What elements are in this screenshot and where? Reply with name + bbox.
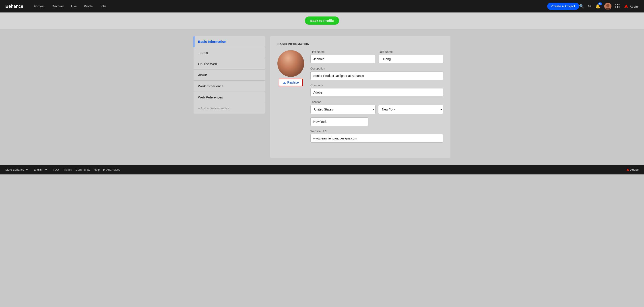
- company-input[interactable]: [310, 88, 443, 97]
- adchoices-icon: ▶: [103, 168, 106, 171]
- sidebar-item-work-experience[interactable]: Work Experience: [194, 81, 265, 92]
- website-input[interactable]: [310, 134, 443, 143]
- brand-logo[interactable]: Bēhance: [5, 4, 23, 9]
- footer-help-link[interactable]: Help: [94, 168, 100, 171]
- footer-adchoices-link[interactable]: ▶ AdChoices: [103, 168, 120, 171]
- back-bar: Back to Profile: [0, 12, 644, 29]
- sidebar-add-custom-section[interactable]: + Add a custom section: [194, 103, 265, 114]
- last-name-group: Last Name: [379, 50, 443, 63]
- company-group: Company: [310, 83, 443, 97]
- replace-photo-button[interactable]: ☁ Replace: [279, 79, 302, 86]
- location-row: Location United States New York: [310, 100, 443, 114]
- company-label: Company: [310, 83, 443, 87]
- first-name-input[interactable]: [310, 55, 375, 63]
- nav-links: For You Discover Live Profile Jobs: [34, 4, 542, 8]
- website-group: Website URL: [310, 129, 443, 143]
- location-group: Location United States New York: [310, 100, 443, 114]
- english-chevron-icon: ▼: [44, 168, 48, 171]
- adobe-footer-icon: [626, 168, 629, 171]
- avatar-image: [278, 50, 304, 77]
- adobe-text: Adobe: [630, 5, 639, 8]
- messages-icon[interactable]: ✉: [588, 4, 591, 9]
- sidebar-card: Basic Information Teams On The Web About…: [194, 36, 265, 114]
- occupation-row: Occupation: [310, 67, 443, 80]
- footer-tou-link[interactable]: TOU: [53, 168, 59, 171]
- footer-privacy-link[interactable]: Privacy: [62, 168, 72, 171]
- notification-badge: 13: [598, 2, 602, 5]
- city-row: [310, 117, 443, 126]
- profile-avatar: [278, 50, 304, 77]
- nav-live[interactable]: Live: [71, 4, 77, 8]
- sidebar: Basic Information Teams On The Web About…: [194, 36, 265, 158]
- notifications-wrapper[interactable]: 🔔 13: [596, 4, 600, 9]
- main-panel: BASIC INFORMATION ☁ Replace First Name: [270, 36, 450, 158]
- main-content: Basic Information Teams On The Web About…: [188, 36, 456, 158]
- sidebar-item-web-references[interactable]: Web References: [194, 92, 265, 103]
- footer-community-link[interactable]: Community: [76, 168, 90, 171]
- footer-adobe: Adobe: [626, 168, 639, 171]
- section-title: BASIC INFORMATION: [278, 42, 443, 46]
- adobe-logo: Adobe: [624, 4, 639, 8]
- nav-profile[interactable]: Profile: [84, 4, 93, 8]
- upload-icon: ☁: [283, 81, 286, 84]
- website-label: Website URL: [310, 129, 443, 133]
- back-to-profile-button[interactable]: Back to Profile: [305, 16, 339, 25]
- sidebar-item-teams[interactable]: Teams: [194, 47, 265, 58]
- sidebar-item-on-the-web[interactable]: On The Web: [194, 58, 265, 69]
- english-label: English: [34, 168, 43, 171]
- country-select[interactable]: United States: [310, 105, 376, 114]
- replace-label: Replace: [287, 81, 298, 84]
- state-select[interactable]: New York: [378, 105, 443, 114]
- adchoices-label: AdChoices: [106, 168, 120, 171]
- create-project-button[interactable]: Create a Project: [547, 3, 579, 10]
- nav-discover[interactable]: Discover: [52, 4, 64, 8]
- svg-point-1: [606, 4, 610, 7]
- profile-top: ☁ Replace First Name Last Name: [278, 50, 443, 146]
- navbar-right: 🔍 ✉ 🔔 13 Adobe: [579, 3, 639, 10]
- first-name-label: First Name: [310, 50, 375, 53]
- nav-jobs[interactable]: Jobs: [100, 4, 106, 8]
- more-behance-button[interactable]: More Behance ▼: [5, 168, 28, 171]
- sidebar-item-about[interactable]: About: [194, 69, 265, 81]
- location-label: Location: [310, 100, 443, 104]
- occupation-group: Occupation: [310, 67, 443, 80]
- more-behance-label: More Behance: [5, 168, 24, 171]
- form-section: First Name Last Name Occupation: [310, 50, 443, 146]
- more-chevron-icon: ▼: [26, 168, 28, 171]
- footer-adobe-label: Adobe: [630, 168, 639, 171]
- footer: More Behance ▼ English ▼ TOU Privacy Com…: [0, 165, 644, 174]
- nav-for-you[interactable]: For You: [34, 4, 44, 8]
- occupation-label: Occupation: [310, 67, 443, 70]
- navbar: Bēhance For You Discover Live Profile Jo…: [0, 0, 644, 12]
- city-group: [310, 117, 368, 126]
- search-icon[interactable]: 🔍: [579, 4, 584, 9]
- occupation-input[interactable]: [310, 71, 443, 80]
- website-row: Website URL: [310, 129, 443, 143]
- name-row: First Name Last Name: [310, 50, 443, 63]
- footer-links: TOU Privacy Community Help ▶ AdChoices: [53, 168, 620, 171]
- last-name-label: Last Name: [379, 50, 443, 53]
- avatar-upload-section: ☁ Replace: [278, 50, 304, 146]
- first-name-group: First Name: [310, 50, 375, 63]
- avatar[interactable]: [604, 3, 612, 10]
- apps-icon[interactable]: [616, 4, 620, 8]
- english-button[interactable]: English ▼: [34, 168, 48, 171]
- last-name-input[interactable]: [379, 55, 443, 63]
- location-selects: United States New York: [310, 105, 443, 114]
- company-row: Company: [310, 83, 443, 97]
- city-input[interactable]: [310, 117, 368, 126]
- sidebar-item-basic-information[interactable]: Basic Information: [194, 36, 265, 47]
